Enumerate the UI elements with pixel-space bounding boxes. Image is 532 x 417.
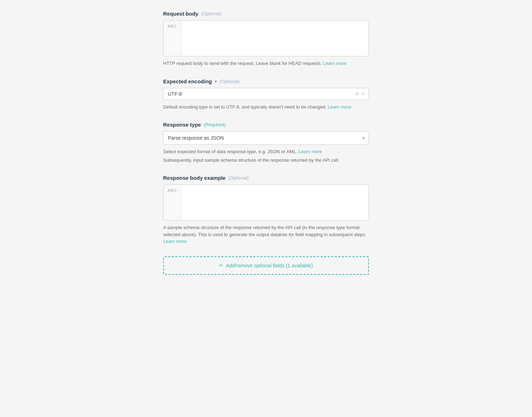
response-body-example-sidebar-label: ABC [164,185,181,220]
response-type-helper-2: Subsequently, input sample schema struct… [163,157,369,164]
request-body-label-row: Request body (Optional) [163,11,369,17]
response-body-example-section: Response body example (Optional) ABC A s… [163,175,369,245]
response-type-select[interactable]: Parse response as JSON [164,132,368,144]
expected-encoding-title: Expected encoding [163,78,212,84]
expected-encoding-section: Expected encoding ▾ (Optional) UTF-8 ✕ ▾… [163,78,369,111]
response-type-learn-more[interactable]: Learn more [299,149,322,154]
expected-encoding-value: UTF-8 [168,91,352,97]
expected-encoding-field: UTF-8 ✕ ▾ [163,88,369,100]
add-optional-fields-button[interactable]: ✏ Add/remove optional fields (1 availabl… [163,256,369,275]
response-body-example-optional: (Optional) [228,175,249,180]
expected-encoding-clear-icon[interactable]: ✕ [355,91,359,97]
request-body-sidebar-label: ABC [164,21,181,56]
response-type-select-wrapper: Parse response as JSON ▾ [163,131,369,145]
request-body-textarea[interactable] [181,21,368,56]
request-body-section: Request body (Optional) ABC HTTP request… [163,11,369,67]
expected-encoding-label-row: Expected encoding ▾ (Optional) [163,78,369,84]
response-body-example-label-row: Response body example (Optional) [163,175,369,181]
response-type-title: Response type [163,122,201,128]
response-body-example-title: Response body example [163,175,226,181]
request-body-helper: HTTP request body to send with the reque… [163,60,369,67]
response-body-example-textarea-wrapper: ABC [163,184,369,221]
expected-encoding-optional: (Optional) [220,79,240,84]
response-type-helper: Select expected format of data response … [163,148,369,155]
expected-encoding-chevron-icon[interactable]: ▾ [362,91,364,96]
pencil-icon: ✏ [219,263,223,268]
expected-encoding-actions: ✕ ▾ [355,91,364,97]
response-body-example-helper: A sample schema structure of the respons… [163,224,369,245]
expected-encoding-learn-more[interactable]: Learn more [328,104,351,110]
request-body-optional: (Optional) [201,11,221,16]
response-type-section: Response type (Required) Parse response … [163,122,369,163]
response-type-label-row: Response type (Required) [163,122,369,128]
add-optional-fields-label: Add/remove optional fields (1 available) [226,263,313,268]
request-body-title: Request body [163,11,198,17]
request-body-learn-more[interactable]: Learn more [323,61,347,66]
page-container: Request body (Optional) ABC HTTP request… [149,0,383,285]
response-type-required: (Required) [204,122,226,127]
response-body-example-learn-more[interactable]: Learn more [163,239,187,244]
response-body-example-textarea[interactable] [181,185,368,220]
request-body-textarea-wrapper: ABC [163,20,369,56]
expected-encoding-dropdown-arrow[interactable]: ▾ [215,79,217,83]
expected-encoding-helper: Default encoding type is set to UTF-8, a… [163,104,369,111]
